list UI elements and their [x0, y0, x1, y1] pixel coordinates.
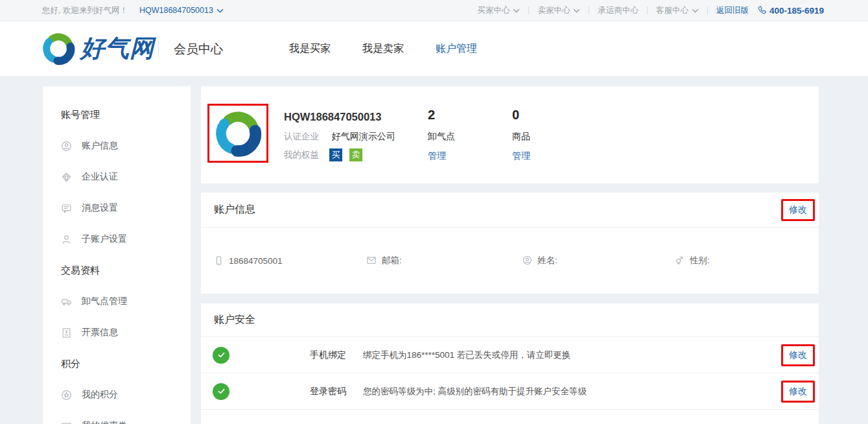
- email-field: 邮箱:: [366, 255, 402, 266]
- sidebar-item-invoice-info[interactable]: 开票信息: [43, 317, 191, 348]
- profile-account-id: HQW186847050013: [284, 111, 381, 123]
- header-nav: 我是买家 我是卖家 账户管理: [289, 42, 477, 56]
- account-info-title: 账户信息: [214, 203, 255, 217]
- old-version-link[interactable]: 返回旧版: [716, 5, 749, 16]
- nav-i-am-seller[interactable]: 我是卖家: [362, 42, 404, 56]
- sidebar-group-trade: 交易资料: [43, 255, 191, 286]
- star-icon: [61, 390, 72, 401]
- manage-products-link[interactable]: 管理: [512, 150, 530, 162]
- edit-phone-binding-button[interactable]: 修改: [781, 344, 815, 366]
- security-item-label: 手机绑定: [310, 349, 346, 361]
- account-security-card: 账户安全 手机绑定 绑定手机为186****5001 若已丢失或停用，请立即更换…: [201, 303, 819, 424]
- chevron-down-icon: [573, 8, 580, 13]
- sidebar-item-unload-points[interactable]: 卸气点管理: [43, 286, 191, 317]
- service-phone: 400-185-6919: [757, 6, 824, 16]
- sub-account-icon: [61, 234, 72, 245]
- stat-unload-points: 2 卸气点 管理: [428, 108, 455, 162]
- account-info-fields: 18684705001 邮箱: 姓名:: [201, 228, 819, 293]
- truck-icon: [61, 296, 72, 307]
- stat-label: 卸气点: [428, 131, 455, 143]
- phone-icon: [757, 6, 766, 15]
- edit-login-password-button[interactable]: 修改: [781, 381, 815, 403]
- greeting-text: 您好, 欢迎来到好气网！: [42, 5, 128, 16]
- menu-seller-center[interactable]: 卖家中心: [537, 5, 580, 16]
- profile-card: HQW186847050013 认证企业 好气网演示公司 我的权益 买 卖 2 …: [201, 86, 819, 183]
- stat-products: 0 商品 管理: [512, 108, 530, 162]
- top-utility-bar: 您好, 欢迎来到好气网！ HQW186847050013 买家中心 卖家中心 承…: [0, 0, 868, 21]
- profile-rights-row: 我的权益 买 卖: [284, 148, 369, 161]
- person-icon: [522, 255, 532, 265]
- manage-unload-points-link[interactable]: 管理: [428, 150, 455, 162]
- invoice-icon: [61, 327, 72, 338]
- menu-service-center[interactable]: 客服中心: [656, 5, 699, 16]
- separator: [589, 6, 589, 14]
- phone-field: 18684705001: [214, 255, 283, 265]
- nav-i-am-buyer[interactable]: 我是买家: [289, 42, 331, 56]
- seller-badge: 卖: [349, 148, 362, 161]
- divider: [158, 41, 159, 58]
- security-item-label: 登录密码: [310, 386, 346, 397]
- sidebar-item-my-points[interactable]: 我的积分: [43, 379, 191, 410]
- menu-carrier-center[interactable]: 承运商中心: [598, 5, 639, 16]
- message-icon: [61, 203, 72, 214]
- main-header: 好气网 会员中心 我是买家 我是卖家 账户管理: [0, 21, 868, 76]
- sidebar-group-account: 账号管理: [43, 99, 191, 130]
- sidebar-item-my-coupons[interactable]: 我的优惠券: [43, 410, 191, 424]
- brand-logo[interactable]: 好气网: [41, 32, 154, 65]
- mail-icon: [366, 255, 377, 265]
- brand-wordmark: 好气网: [80, 32, 154, 65]
- chevron-down-icon: [513, 8, 520, 13]
- haoqi-swirl-logo-icon: [41, 32, 75, 65]
- check-circle-icon: [213, 383, 229, 400]
- sidebar-item-message-settings[interactable]: 消息设置: [43, 193, 191, 224]
- sidebar-group-points: 积分: [43, 348, 191, 379]
- rights-label: 我的权益: [284, 149, 319, 161]
- separator: [707, 6, 708, 14]
- chevron-down-icon: [217, 8, 224, 13]
- mobile-icon: [214, 255, 224, 265]
- sidebar-item-enterprise-cert[interactable]: 企业认证: [43, 161, 191, 193]
- nav-account-management[interactable]: 账户管理: [436, 42, 477, 56]
- separator: [528, 6, 529, 14]
- certificate-icon: [61, 172, 72, 183]
- company-avatar[interactable]: [207, 104, 268, 163]
- security-row-phone-binding: 手机绑定 绑定手机为186****5001 若已丢失或停用，请立即更换 修改: [201, 337, 819, 373]
- stat-value: 0: [512, 108, 530, 123]
- sidebar-item-account-info[interactable]: 账户信息: [43, 130, 191, 161]
- account-info-card: 账户信息 修改 18684705001 邮箱:: [201, 193, 819, 294]
- separator: [647, 6, 648, 14]
- check-circle-icon: [213, 347, 229, 364]
- security-item-desc: 您的密码等级为中; 高级别的密码有助于提升账户安全等级: [363, 386, 587, 397]
- gender-field: 性别:: [675, 255, 710, 266]
- sidebar: 账号管理 账户信息 企业认证: [43, 86, 191, 424]
- gender-icon: [675, 255, 685, 265]
- account-id-text: HQW186847050013: [139, 6, 213, 15]
- stat-value: 2: [428, 108, 455, 123]
- haoqi-swirl-logo-icon: [214, 110, 262, 158]
- portal-title: 会员中心: [174, 41, 223, 58]
- company-name: 好气网演示公司: [332, 131, 395, 141]
- buyer-badge: 买: [329, 148, 342, 161]
- stat-label: 商品: [512, 131, 530, 143]
- cert-label: 认证企业: [284, 132, 319, 141]
- coupon-icon: [61, 421, 72, 424]
- security-row-login-password: 登录密码 您的密码等级为中; 高级别的密码有助于提升账户安全等级 修改: [201, 373, 819, 410]
- chevron-down-icon: [692, 8, 699, 13]
- edit-account-info-button[interactable]: 修改: [781, 199, 815, 221]
- sidebar-item-sub-account[interactable]: 子账户设置: [43, 224, 191, 255]
- account-security-header: 账户安全: [201, 303, 819, 337]
- account-info-header: 账户信息 修改: [201, 193, 819, 228]
- name-field: 姓名:: [522, 255, 557, 266]
- id-card-icon: [61, 141, 72, 152]
- menu-buyer-center[interactable]: 买家中心: [477, 5, 520, 16]
- account-security-title: 账户安全: [214, 313, 255, 327]
- account-dropdown[interactable]: HQW186847050013: [139, 6, 224, 15]
- profile-cert-row: 认证企业 好气网演示公司: [284, 131, 395, 143]
- security-item-desc: 绑定手机为186****5001 若已丢失或停用，请立即更换: [363, 349, 570, 361]
